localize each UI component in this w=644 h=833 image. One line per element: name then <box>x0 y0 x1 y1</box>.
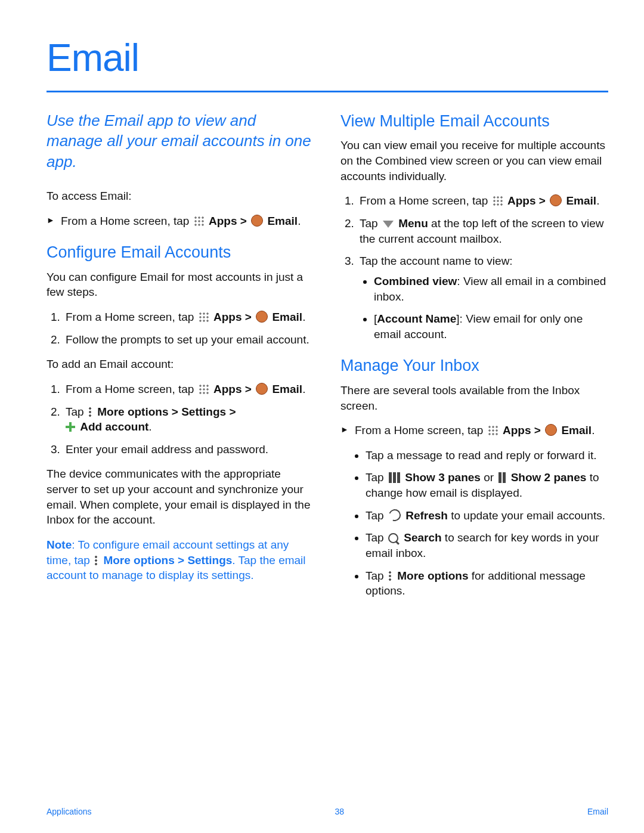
access-lead: To access Email: <box>47 188 314 204</box>
list-item: Enter your email address and password. <box>63 442 314 457</box>
two-panes-icon <box>499 472 506 483</box>
apps-label: Apps <box>209 215 237 227</box>
list-item: From a Home screen, tap Apps > Email. <box>63 382 314 397</box>
apps-icon <box>199 384 209 395</box>
footer-left: Applications <box>47 807 92 816</box>
add-lead: To add an Email account: <box>47 357 314 372</box>
email-icon <box>256 311 268 323</box>
apps-icon <box>199 312 209 323</box>
right-column: View Multiple Email Accounts You can vie… <box>340 110 608 796</box>
list-item: Tap Refresh to update your email account… <box>366 508 608 524</box>
email-icon <box>251 215 263 227</box>
page-title: Email <box>47 36 608 80</box>
content-columns: Use the Email app to view and manage all… <box>47 110 608 796</box>
intro-blurb: Use the Email app to view and manage all… <box>47 110 314 172</box>
text: From a Home screen, tap <box>61 215 193 227</box>
manage-heading: Manage Your Inbox <box>340 355 608 376</box>
list-item: Tap a message to read and reply or forwa… <box>366 448 608 463</box>
list-item: Tap Show 3 panes or Show 2 panes to chan… <box>366 470 608 500</box>
refresh-icon <box>387 507 403 523</box>
apps-icon <box>488 425 499 436</box>
configure-steps: From a Home screen, tap Apps > Email. Fo… <box>47 309 314 347</box>
search-icon <box>388 533 398 543</box>
email-icon <box>545 424 557 436</box>
list-item: Follow the prompts to set up your email … <box>63 332 314 348</box>
device-paragraph: The device communicates with the appropr… <box>47 466 314 528</box>
manage-intro: There are several tools available from t… <box>340 383 608 413</box>
title-rule <box>47 91 608 92</box>
manage-bullets: Tap a message to read and reply or forwa… <box>340 448 608 599</box>
more-options-icon <box>88 407 92 417</box>
list-item: Tap Search to search for key words in yo… <box>366 530 608 561</box>
left-column: Use the Email app to view and manage all… <box>47 110 314 796</box>
note: Note: To configure email account setting… <box>47 537 314 583</box>
email-label: Email <box>267 215 298 227</box>
view-heading: View Multiple Email Accounts <box>340 110 608 132</box>
footer: Applications 38 Email <box>47 796 608 816</box>
more-options-icon <box>388 571 392 581</box>
three-panes-icon <box>389 472 400 483</box>
page: Email Use the Email app to view and mana… <box>0 0 644 833</box>
apps-icon <box>493 196 503 206</box>
list-item: Combined view: View all email in a combi… <box>374 274 608 304</box>
page-number: 38 <box>335 807 344 816</box>
list-item: From a Home screen, tap Apps > Email. <box>357 193 608 209</box>
list-item: From a Home screen, tap Apps > Email. <box>63 309 314 325</box>
list-item: [Account Name]: View email for only one … <box>374 311 608 342</box>
footer-right: Email <box>587 807 608 816</box>
menu-dropdown-icon <box>383 221 394 228</box>
list-item: Tap More options > Settings > Add accoun… <box>63 404 314 435</box>
configure-heading: Configure Email Accounts <box>47 241 314 263</box>
configure-intro: You can configure Email for most account… <box>47 270 314 300</box>
list-item: Tap More options for additional message … <box>366 568 608 599</box>
more-options-icon <box>94 555 98 566</box>
email-icon <box>550 194 562 206</box>
plus-icon <box>66 422 75 432</box>
access-step: From a Home screen, tap Apps > Email. <box>47 213 314 229</box>
add-steps: From a Home screen, tap Apps > Email. Ta… <box>47 382 314 457</box>
list-item: Tap the account name to view: Combined v… <box>357 253 608 342</box>
manage-nav: From a Home screen, tap Apps > Email. <box>340 423 608 438</box>
view-intro: You can view email you receive for multi… <box>340 138 608 184</box>
note-label: Note <box>47 538 72 551</box>
separator: > <box>240 215 250 227</box>
apps-icon <box>194 216 205 227</box>
email-icon <box>256 383 268 395</box>
view-steps: From a Home screen, tap Apps > Email. Ta… <box>340 193 608 342</box>
list-item: Tap Menu at the top left of the screen t… <box>357 216 608 246</box>
view-sublist: Combined view: View all email in a combi… <box>360 274 608 342</box>
